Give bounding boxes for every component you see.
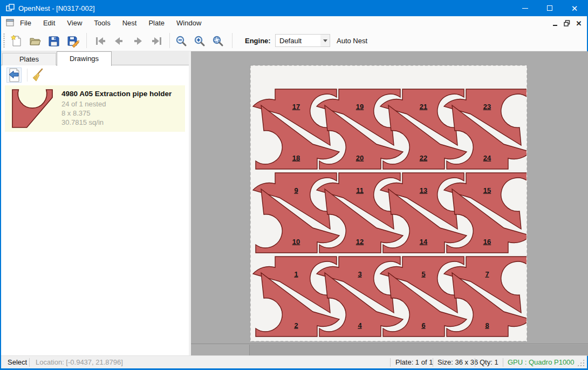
title-bar: OpenNest - [N0317-002] ✕ (1, 0, 587, 16)
tab-plates[interactable]: Plates (2, 53, 56, 65)
new-document-icon (10, 35, 23, 48)
go-next-icon (132, 36, 145, 46)
horizontal-scrollbar[interactable] (191, 344, 588, 355)
window-title: OpenNest - [N0317-002] (18, 4, 95, 12)
menu-items: FileEditViewToolsNestPlateWindow (14, 16, 207, 30)
toolbar-separator (232, 33, 233, 48)
engine-value: Default (279, 37, 302, 45)
app-icon (6, 4, 15, 12)
status-separator (433, 358, 433, 367)
drawing-title: 4980 A05 Extraction pipe holder (61, 90, 172, 98)
maximize-button[interactable] (537, 0, 562, 16)
status-separator (29, 358, 30, 367)
menu-item-plate[interactable]: Plate (142, 16, 170, 30)
toolbar-separator (27, 69, 28, 82)
part-number-label: 10 (292, 238, 300, 246)
part-number-label: 16 (483, 238, 491, 246)
tab-drawings[interactable]: Drawings (57, 51, 112, 66)
part-number-label: 8 (485, 321, 489, 329)
status-size: Size: 36 x 36 (437, 358, 478, 366)
part-number-label: 3 (358, 270, 361, 278)
nest-canvas[interactable]: 171921231820222491113151012141613572468 (191, 51, 588, 344)
zoom-out-button[interactable] (174, 33, 189, 49)
open-button[interactable] (28, 33, 43, 49)
resize-grip[interactable] (577, 359, 584, 366)
mdi-minimize-button[interactable] (549, 18, 561, 29)
zoom-out-icon (175, 35, 188, 48)
part-number-label: 15 (483, 186, 491, 194)
drawing-dimensions: 8 x 8.375 (61, 109, 91, 117)
part-number-label: 2 (294, 321, 298, 329)
status-gpu: GPU : Quadro P1000 (508, 358, 575, 366)
toolbar-separator (86, 33, 87, 48)
go-previous-icon (112, 36, 125, 46)
status-separator (503, 358, 503, 367)
clean-button[interactable] (30, 68, 45, 83)
part-number-label: 7 (485, 270, 489, 278)
menu-item-nest[interactable]: Nest (117, 16, 143, 30)
part-number-label: 11 (356, 186, 364, 194)
part-number-label: 4 (358, 321, 362, 329)
save-button[interactable] (46, 33, 61, 49)
mdi-close-icon: ✕ (576, 19, 582, 28)
go-last-icon (150, 36, 163, 46)
toolbar-grip[interactable] (3, 33, 5, 48)
part-number-label: 6 (421, 321, 425, 329)
zoom-extents-button[interactable] (210, 33, 225, 49)
menu-item-tools[interactable]: Tools (88, 16, 116, 30)
zoom-in-button[interactable] (192, 33, 207, 49)
drawings-toolbar (1, 65, 189, 85)
mdi-close-button[interactable]: ✕ (573, 18, 585, 29)
mdi-window-controls: ✕ (549, 16, 585, 30)
part-number-label: 22 (420, 154, 427, 162)
drawing-nested-count: 24 of 1 nested (61, 100, 106, 108)
maximize-icon (547, 5, 552, 11)
sidebar-tabstrip: Plates Drawings (1, 51, 191, 65)
minimize-icon (522, 8, 528, 9)
part-number-label: 13 (420, 186, 427, 194)
menu-item-edit[interactable]: Edit (37, 16, 61, 30)
mdi-restore-button[interactable] (561, 18, 573, 29)
menu-item-file[interactable]: File (14, 16, 37, 30)
part-number-label: 9 (294, 186, 298, 194)
document-window-icon[interactable] (6, 19, 15, 27)
auto-nest-button[interactable]: Auto Nest (337, 37, 367, 45)
menu-item-window[interactable]: Window (170, 16, 207, 30)
status-location: Location: [-0.9437, 21.8796] (36, 358, 123, 366)
status-separator (390, 358, 391, 367)
drawing-list-item[interactable]: 4980 A05 Extraction pipe holder 24 of 1 … (5, 85, 185, 132)
engine-label: Engine: (245, 37, 271, 45)
chevron-down-icon[interactable] (320, 35, 330, 46)
new-document-button[interactable] (9, 33, 24, 49)
status-plate: Plate: 1 of 1 (395, 358, 433, 366)
part-number-label: 23 (483, 103, 491, 111)
go-first-button[interactable] (93, 33, 108, 49)
part-number-label: 14 (420, 238, 428, 246)
broom-icon (31, 68, 44, 82)
go-last-button[interactable] (149, 33, 164, 49)
part-number-label: 17 (292, 103, 300, 111)
zoom-extents-icon (211, 35, 224, 48)
import-drawing-button[interactable] (6, 68, 22, 83)
part-number-label: 21 (420, 103, 427, 111)
status-separator (475, 358, 475, 367)
go-next-button[interactable] (131, 33, 146, 49)
import-drawing-icon (8, 68, 20, 82)
part-number-label: 5 (421, 270, 425, 278)
part-number-label: 20 (356, 154, 364, 162)
nest-plate-view: 171921231820222491113151012141613572468 (191, 51, 588, 344)
part-number-label: 24 (483, 154, 491, 162)
menu-item-view[interactable]: View (61, 16, 88, 30)
close-button[interactable]: ✕ (562, 0, 587, 16)
go-previous-button[interactable] (111, 33, 126, 49)
close-icon: ✕ (571, 4, 578, 12)
minimize-button[interactable] (512, 0, 537, 16)
toolbar-separator (169, 33, 170, 48)
save-as-button[interactable] (65, 33, 80, 49)
mdi-restore-icon (564, 20, 570, 26)
engine-select[interactable]: Default (275, 34, 330, 47)
drawing-thumbnail (11, 89, 54, 128)
scrollbar-thumb[interactable] (249, 345, 588, 356)
drawing-area: 30.7815 sq/in (61, 118, 104, 126)
go-first-icon (94, 36, 107, 46)
